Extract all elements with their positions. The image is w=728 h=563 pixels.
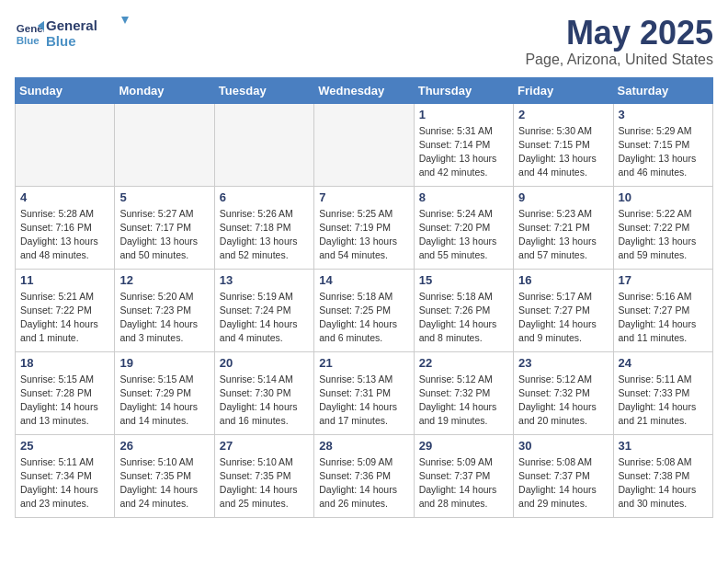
calendar-cell: 3Sunrise: 5:29 AMSunset: 7:15 PMDaylight… (613, 103, 712, 186)
day-info: Sunrise: 5:16 AMSunset: 7:27 PMDaylight:… (619, 290, 708, 346)
calendar-cell: 5Sunrise: 5:27 AMSunset: 7:17 PMDaylight… (115, 186, 214, 269)
calendar-cell: 25Sunrise: 5:11 AMSunset: 7:34 PMDayligh… (16, 434, 115, 517)
day-number: 17 (619, 273, 708, 287)
day-info: Sunrise: 5:11 AMSunset: 7:33 PMDaylight:… (619, 373, 708, 429)
col-header-sunday: Sunday (16, 77, 115, 103)
day-info: Sunrise: 5:24 AMSunset: 7:20 PMDaylight:… (419, 207, 508, 263)
calendar-cell: 26Sunrise: 5:10 AMSunset: 7:35 PMDayligh… (115, 434, 214, 517)
calendar-cell: 6Sunrise: 5:26 AMSunset: 7:18 PMDaylight… (214, 186, 313, 269)
day-number: 23 (518, 356, 608, 370)
day-number: 4 (20, 190, 109, 204)
calendar-cell: 19Sunrise: 5:15 AMSunset: 7:29 PMDayligh… (115, 351, 214, 434)
day-info: Sunrise: 5:21 AMSunset: 7:22 PMDaylight:… (20, 290, 109, 346)
day-number: 7 (319, 190, 408, 204)
calendar-week-3: 11Sunrise: 5:21 AMSunset: 7:22 PMDayligh… (16, 269, 713, 351)
calendar-cell: 16Sunrise: 5:17 AMSunset: 7:27 PMDayligh… (514, 269, 613, 351)
calendar-cell: 30Sunrise: 5:08 AMSunset: 7:37 PMDayligh… (514, 434, 613, 517)
calendar-cell: 17Sunrise: 5:16 AMSunset: 7:27 PMDayligh… (613, 269, 712, 351)
day-number: 21 (319, 356, 408, 370)
day-number: 8 (419, 190, 508, 204)
calendar-cell: 12Sunrise: 5:20 AMSunset: 7:23 PMDayligh… (115, 269, 214, 351)
calendar-week-1: 1Sunrise: 5:31 AMSunset: 7:14 PMDaylight… (16, 103, 713, 186)
day-number: 25 (20, 439, 109, 453)
calendar-cell: 31Sunrise: 5:08 AMSunset: 7:38 PMDayligh… (613, 434, 712, 517)
calendar-body: 1Sunrise: 5:31 AMSunset: 7:14 PMDaylight… (16, 103, 713, 517)
calendar-cell: 28Sunrise: 5:09 AMSunset: 7:36 PMDayligh… (314, 434, 414, 517)
day-info: Sunrise: 5:20 AMSunset: 7:23 PMDaylight:… (119, 290, 209, 346)
day-info: Sunrise: 5:22 AMSunset: 7:22 PMDaylight:… (619, 207, 708, 263)
day-number: 27 (220, 439, 309, 453)
day-info: Sunrise: 5:18 AMSunset: 7:25 PMDaylight:… (319, 290, 408, 346)
svg-marker-5 (121, 17, 129, 24)
calendar-cell: 4Sunrise: 5:28 AMSunset: 7:16 PMDaylight… (16, 186, 115, 269)
logo-icon: General Blue (15, 19, 44, 49)
day-info: Sunrise: 5:13 AMSunset: 7:31 PMDaylight:… (319, 373, 408, 429)
day-info: Sunrise: 5:23 AMSunset: 7:21 PMDaylight:… (518, 207, 608, 263)
day-info: Sunrise: 5:19 AMSunset: 7:24 PMDaylight:… (220, 290, 309, 346)
day-info: Sunrise: 5:15 AMSunset: 7:29 PMDaylight:… (119, 373, 209, 429)
logo: General Blue General Blue General Blue (15, 15, 129, 53)
calendar-cell: 7Sunrise: 5:25 AMSunset: 7:19 PMDaylight… (314, 186, 414, 269)
calendar-cell: 14Sunrise: 5:18 AMSunset: 7:25 PMDayligh… (314, 269, 414, 351)
day-number: 20 (220, 356, 309, 370)
calendar-cell: 15Sunrise: 5:18 AMSunset: 7:26 PMDayligh… (414, 269, 513, 351)
svg-text:Blue: Blue (17, 35, 40, 46)
calendar-cell: 9Sunrise: 5:23 AMSunset: 7:21 PMDaylight… (514, 186, 613, 269)
day-number: 18 (20, 356, 109, 370)
col-header-friday: Friday (514, 77, 613, 103)
calendar-cell: 18Sunrise: 5:15 AMSunset: 7:28 PMDayligh… (16, 351, 115, 434)
day-info: Sunrise: 5:14 AMSunset: 7:30 PMDaylight:… (220, 373, 309, 429)
svg-text:General: General (46, 17, 97, 33)
calendar-header-row: SundayMondayTuesdayWednesdayThursdayFrid… (16, 77, 713, 103)
page-header: General Blue General Blue General Blue M… (15, 15, 713, 68)
day-info: Sunrise: 5:10 AMSunset: 7:35 PMDaylight:… (119, 455, 209, 511)
calendar-week-2: 4Sunrise: 5:28 AMSunset: 7:16 PMDaylight… (16, 186, 713, 269)
day-number: 12 (119, 273, 209, 287)
title-section: May 2025 Page, Arizona, United States (525, 15, 713, 68)
day-info: Sunrise: 5:18 AMSunset: 7:26 PMDaylight:… (419, 290, 508, 346)
calendar-week-5: 25Sunrise: 5:11 AMSunset: 7:34 PMDayligh… (16, 434, 713, 517)
day-number: 26 (119, 439, 209, 453)
calendar-cell (16, 103, 115, 186)
day-info: Sunrise: 5:26 AMSunset: 7:18 PMDaylight:… (220, 207, 309, 263)
calendar-cell: 23Sunrise: 5:12 AMSunset: 7:32 PMDayligh… (514, 351, 613, 434)
day-info: Sunrise: 5:15 AMSunset: 7:28 PMDaylight:… (20, 373, 109, 429)
day-number: 19 (119, 356, 209, 370)
location: Page, Arizona, United States (525, 52, 713, 68)
calendar-week-4: 18Sunrise: 5:15 AMSunset: 7:28 PMDayligh… (16, 351, 713, 434)
day-info: Sunrise: 5:08 AMSunset: 7:37 PMDaylight:… (518, 455, 608, 511)
day-number: 9 (518, 190, 608, 204)
calendar-cell: 10Sunrise: 5:22 AMSunset: 7:22 PMDayligh… (613, 186, 712, 269)
month-title: May 2025 (525, 15, 713, 52)
calendar-cell (314, 103, 414, 186)
day-info: Sunrise: 5:10 AMSunset: 7:35 PMDaylight:… (220, 455, 309, 511)
calendar-table: SundayMondayTuesdayWednesdayThursdayFrid… (15, 77, 713, 518)
logo-wordmark: General Blue (46, 15, 129, 53)
day-info: Sunrise: 5:09 AMSunset: 7:37 PMDaylight:… (419, 455, 508, 511)
day-number: 3 (619, 108, 708, 121)
day-info: Sunrise: 5:12 AMSunset: 7:32 PMDaylight:… (419, 373, 508, 429)
calendar-cell (214, 103, 313, 186)
calendar-cell: 22Sunrise: 5:12 AMSunset: 7:32 PMDayligh… (414, 351, 513, 434)
day-info: Sunrise: 5:12 AMSunset: 7:32 PMDaylight:… (518, 373, 608, 429)
col-header-tuesday: Tuesday (214, 77, 313, 103)
day-number: 31 (619, 439, 708, 453)
day-info: Sunrise: 5:11 AMSunset: 7:34 PMDaylight:… (20, 455, 109, 511)
day-number: 16 (518, 273, 608, 287)
day-number: 24 (619, 356, 708, 370)
calendar-cell: 13Sunrise: 5:19 AMSunset: 7:24 PMDayligh… (214, 269, 313, 351)
col-header-thursday: Thursday (414, 77, 513, 103)
col-header-wednesday: Wednesday (314, 77, 414, 103)
day-number: 28 (319, 439, 408, 453)
day-number: 15 (419, 273, 508, 287)
calendar-cell: 2Sunrise: 5:30 AMSunset: 7:15 PMDaylight… (514, 103, 613, 186)
day-info: Sunrise: 5:09 AMSunset: 7:36 PMDaylight:… (319, 455, 408, 511)
day-info: Sunrise: 5:29 AMSunset: 7:15 PMDaylight:… (619, 124, 708, 180)
day-info: Sunrise: 5:28 AMSunset: 7:16 PMDaylight:… (20, 207, 109, 263)
day-info: Sunrise: 5:30 AMSunset: 7:15 PMDaylight:… (518, 124, 608, 180)
calendar-cell: 29Sunrise: 5:09 AMSunset: 7:37 PMDayligh… (414, 434, 513, 517)
day-number: 13 (220, 273, 309, 287)
day-number: 2 (518, 108, 608, 121)
calendar-cell: 1Sunrise: 5:31 AMSunset: 7:14 PMDaylight… (414, 103, 513, 186)
calendar-cell: 21Sunrise: 5:13 AMSunset: 7:31 PMDayligh… (314, 351, 414, 434)
